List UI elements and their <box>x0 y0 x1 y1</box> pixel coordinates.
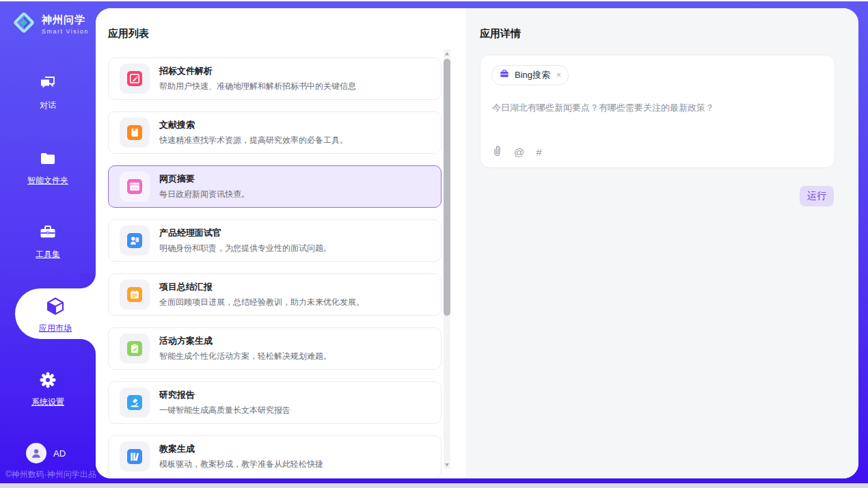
sidebar-item-toolset[interactable]: 工具集 <box>0 223 96 260</box>
sidebar-item-settings[interactable]: 系统设置 <box>0 370 96 408</box>
sidebar-item-label: 对话 <box>0 100 96 111</box>
app-name: 教案生成 <box>159 443 323 455</box>
app-icon-tile <box>120 442 150 472</box>
sidebar-item-label: 智能文件夹 <box>0 175 96 187</box>
brand-subtitle: Smart Vision <box>42 28 89 35</box>
interviewer-icon <box>127 233 142 248</box>
app-list-panel: 应用列表 招标文件解析 帮助用户快速、准确地理解和解析招标书中的关键信息 <box>96 8 466 478</box>
briefcase-icon <box>499 68 510 82</box>
app-name: 项目总结汇报 <box>159 281 364 293</box>
app-icon-tile <box>120 280 150 310</box>
mention-icon[interactable]: @ <box>514 146 524 158</box>
list-scrollbar[interactable] <box>444 49 450 469</box>
scrollbar-thumb[interactable] <box>444 59 450 316</box>
book-icon <box>127 125 142 140</box>
copyright-footer: ©神州数码·神州问学出品 <box>5 469 96 480</box>
hashtag-icon[interactable]: # <box>536 146 541 158</box>
app-desc: 智能生成个性化活动方案，轻松解决规划难题。 <box>159 351 331 362</box>
toolbox-icon <box>38 232 57 244</box>
app-card-lesson-plan[interactable]: 教案生成 模板驱动，教案秒成，教学准备从此轻松快捷 <box>108 435 442 478</box>
app-icon-tile <box>120 64 150 94</box>
folder-icon <box>38 159 57 170</box>
app-card-research-report[interactable]: 研究报告 一键智能生成高质量长文本研究报告 <box>108 381 442 424</box>
gear-icon <box>38 380 57 392</box>
tool-tag-label: Bing搜索 <box>515 69 550 81</box>
sidebar-item-label: 系统设置 <box>0 396 96 408</box>
prompt-card: Bing搜索 × 今日湖北有哪些新闻要点？有哪些需要关注的最新政策？ @ # <box>480 55 835 168</box>
input-toolbar: @ # <box>491 144 542 159</box>
scroll-up-icon[interactable] <box>444 49 450 57</box>
app-card-event-plan[interactable]: 活动方案生成 智能生成个性化活动方案，轻松解决规划难题。 <box>108 327 442 370</box>
attachment-icon[interactable] <box>491 144 502 159</box>
app-name: 文献搜索 <box>159 119 348 131</box>
brand-logo: 神州问学 Smart Vision <box>11 10 89 38</box>
tool-tag-bing-search[interactable]: Bing搜索 × <box>491 65 569 85</box>
app-detail-title: 应用详情 <box>480 27 521 40</box>
books-icon <box>127 449 142 464</box>
active-notch-bottom <box>81 339 96 354</box>
sidebar-item-app-market[interactable]: 应用市场 <box>15 288 96 339</box>
avatar <box>26 443 46 463</box>
prompt-input[interactable]: 今日湖北有哪些新闻要点？有哪些需要关注的最新政策？ <box>492 102 820 114</box>
app-icon-tile <box>120 388 150 418</box>
app-icon-tile <box>120 226 150 256</box>
app-card-web-summary[interactable]: </> 网页摘要 每日政府新闻资讯快查。 <box>108 165 442 208</box>
app-desc: 帮助用户快速、准确地理解和解析招标书中的关键信息 <box>159 81 356 92</box>
browser-code-icon: </> <box>127 179 142 194</box>
sidebar-item-label: 应用市场 <box>15 323 96 334</box>
close-icon[interactable]: × <box>556 70 561 80</box>
app-list-title: 应用列表 <box>108 27 149 40</box>
app-icon-tile: </> <box>120 172 150 202</box>
svg-text:</>: </> <box>131 186 137 190</box>
app-icon-tile <box>120 118 150 148</box>
app-card-literature-search[interactable]: 文献搜索 快速精准查找学术资源，提高研究效率的必备工具。 <box>108 111 442 154</box>
chat-icon <box>38 83 57 95</box>
user-initials: AD <box>53 448 66 459</box>
app-desc: 快速精准查找学术资源，提高研究效率的必备工具。 <box>159 135 348 146</box>
brand-name: 神州问学 <box>42 14 85 25</box>
sidebar: 神州问学 Smart Vision 对话 智能文件夹 <box>0 1 96 484</box>
app-icon-tile <box>120 334 150 364</box>
scroll-down-icon[interactable] <box>444 461 450 469</box>
app-desc: 模板驱动，教案秒成，教学准备从此轻松快捷 <box>159 459 323 470</box>
app-card-bid-document-parse[interactable]: 招标文件解析 帮助用户快速、准确地理解和解析招标书中的关键信息 <box>108 57 442 100</box>
sidebar-item-smart-folder[interactable]: 智能文件夹 <box>0 149 96 187</box>
bottom-edge <box>0 483 868 488</box>
app-desc: 一键智能生成高质量长文本研究报告 <box>159 405 290 416</box>
app-card-project-summary[interactable]: 项目总结汇报 全面回顾项目进展，总结经验教训，助力未来优化发展。 <box>108 273 442 316</box>
app-name: 招标文件解析 <box>159 65 356 77</box>
app-cards: 招标文件解析 帮助用户快速、准确地理解和解析招标书中的关键信息 文献搜索 快速精… <box>108 57 442 478</box>
sidebar-item-chat[interactable]: 对话 <box>0 74 96 111</box>
app-desc: 全面回顾项目进展，总结经验教训，助力未来优化发展。 <box>159 297 364 308</box>
content-shell: 应用列表 招标文件解析 帮助用户快速、准确地理解和解析招标书中的关键信息 <box>96 8 858 478</box>
app-desc: 明确身份和职责，为您提供专业性的面试问题。 <box>159 243 331 254</box>
microscope-icon <box>127 395 142 410</box>
app-name: 产品经理面试官 <box>159 227 331 239</box>
active-notch-top <box>81 273 96 288</box>
run-button[interactable]: 运行 <box>800 186 834 206</box>
app-card-pm-interviewer[interactable]: 产品经理面试官 明确身份和职责，为您提供专业性的面试问题。 <box>108 219 442 262</box>
app-desc: 每日政府新闻资讯快查。 <box>159 189 249 200</box>
app-name: 网页摘要 <box>159 173 249 185</box>
user-account[interactable]: AD <box>26 443 66 463</box>
clipboard-check-icon <box>127 341 142 356</box>
app-name: 研究报告 <box>159 389 290 401</box>
calendar-report-icon <box>127 287 142 302</box>
app-detail-panel: 应用详情 Bing搜索 × 今日湖北有哪些新闻要点？有哪些需要关注的最新政策？ <box>466 8 858 478</box>
app-name: 活动方案生成 <box>159 335 331 347</box>
cube-icon <box>45 307 66 318</box>
sidebar-item-label: 工具集 <box>0 249 96 260</box>
diamond-logo-icon <box>11 10 37 38</box>
edit-icon <box>127 71 142 86</box>
